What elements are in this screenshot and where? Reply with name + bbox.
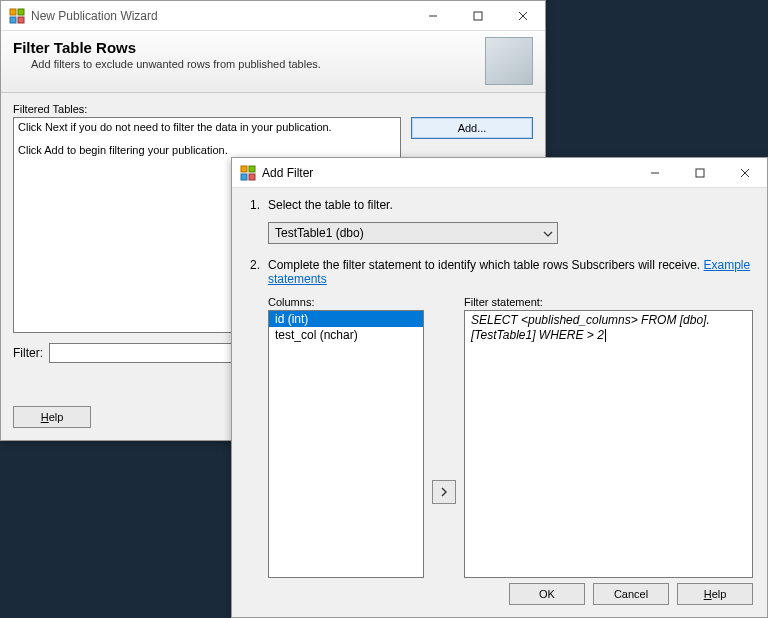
wizard-header: Filter Table Rows Add filters to exclude… (1, 31, 545, 93)
step-2: 2. Complete the filter statement to iden… (246, 258, 753, 286)
app-icon (9, 8, 25, 24)
maximize-button[interactable] (455, 2, 500, 30)
help-button[interactable]: Help (13, 406, 91, 428)
add-column-arrow-button[interactable] (432, 480, 456, 504)
chevron-down-icon (543, 226, 553, 240)
filter-label: Filter: (13, 346, 43, 360)
add-button[interactable]: Add... (411, 117, 533, 139)
dialog-titlebar: Add Filter (232, 158, 767, 188)
step-2-text: Complete the filter statement to identif… (268, 258, 753, 286)
filter-statement-label: Filter statement: (464, 296, 753, 308)
wizard-heading: Filter Table Rows (13, 39, 533, 56)
column-item[interactable]: id (int) (269, 311, 423, 327)
help-button-rest: elp (49, 411, 64, 423)
svg-rect-1 (18, 9, 24, 15)
chevron-right-icon (440, 487, 448, 497)
svg-rect-8 (241, 166, 247, 172)
add-filter-dialog: Add Filter 1. Select the table to filter… (231, 157, 768, 618)
filtered-tables-label: Filtered Tables: (13, 103, 533, 115)
dialog-help-button[interactable]: Help (677, 583, 753, 605)
close-button[interactable] (722, 159, 767, 187)
statement-panel: Filter statement: SELECT <published_colu… (464, 296, 753, 578)
step-2-num: 2. (246, 258, 260, 286)
svg-rect-10 (241, 174, 247, 180)
dialog-body: 1. Select the table to filter. TestTable… (232, 188, 767, 588)
svg-rect-2 (10, 17, 16, 23)
columns-list[interactable]: id (int) test_col (nchar) (268, 310, 424, 578)
filter-statement-input[interactable]: SELECT <published_columns> FROM [dbo]. [… (464, 310, 753, 578)
step-1-text: Select the table to filter. (268, 198, 753, 212)
svg-rect-13 (696, 169, 704, 177)
close-button[interactable] (500, 2, 545, 30)
wizard-window-controls (410, 2, 545, 30)
wizard-title: New Publication Wizard (31, 9, 410, 23)
filter-statement-line: [TestTable1] WHERE > 2 (471, 328, 746, 343)
svg-rect-5 (474, 12, 482, 20)
step-1: 1. Select the table to filter. (246, 198, 753, 212)
list-hint-1: Click Next if you do not need to filter … (18, 120, 396, 135)
dialog-title: Add Filter (262, 166, 632, 180)
wizard-titlebar: New Publication Wizard (1, 1, 545, 31)
wizard-subheading: Add filters to exclude unwanted rows fro… (31, 58, 533, 70)
table-select-value: TestTable1 (dbo) (275, 226, 364, 240)
svg-rect-9 (249, 166, 255, 172)
table-select[interactable]: TestTable1 (dbo) (268, 222, 558, 244)
cancel-button[interactable]: Cancel (593, 583, 669, 605)
columns-label: Columns: (268, 296, 424, 308)
dialog-footer: OK Cancel Help (509, 583, 753, 605)
step-1-num: 1. (246, 198, 260, 212)
server-icon (485, 37, 533, 85)
filter-statement-line: SELECT <published_columns> FROM [dbo]. (471, 313, 746, 328)
columns-panel: Columns: id (int) test_col (nchar) (268, 296, 424, 578)
columns-and-statement: Columns: id (int) test_col (nchar) Filte… (268, 296, 753, 578)
text-caret (605, 329, 606, 342)
svg-rect-11 (249, 174, 255, 180)
minimize-button[interactable] (410, 2, 455, 30)
minimize-button[interactable] (632, 159, 677, 187)
dialog-window-controls (632, 159, 767, 187)
svg-rect-3 (18, 17, 24, 23)
ok-button[interactable]: OK (509, 583, 585, 605)
svg-rect-0 (10, 9, 16, 15)
app-icon (240, 165, 256, 181)
column-item[interactable]: test_col (nchar) (269, 327, 423, 343)
maximize-button[interactable] (677, 159, 722, 187)
